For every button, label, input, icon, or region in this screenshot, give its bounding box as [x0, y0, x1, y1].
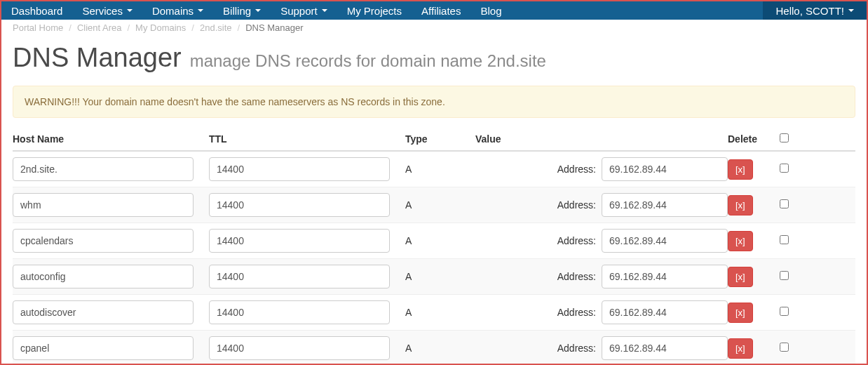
- col-select-all: [770, 133, 798, 145]
- table-header-row: Host Name TTL Type Value Delete: [13, 133, 855, 152]
- ttl-input[interactable]: [209, 300, 390, 324]
- table-row: AAddress:[x]: [13, 331, 855, 365]
- host-input[interactable]: [13, 336, 194, 360]
- address-label: Address:: [557, 271, 596, 282]
- nav-item-domains[interactable]: Domains: [142, 1, 213, 20]
- address-label: Address:: [557, 199, 596, 211]
- delete-button[interactable]: [x]: [728, 231, 753, 251]
- breadcrumb-item[interactable]: 2nd.site: [200, 22, 232, 33]
- breadcrumb-separator: /: [191, 22, 194, 33]
- col-type: Type: [405, 133, 475, 145]
- host-input[interactable]: [13, 157, 194, 181]
- record-type: A: [405, 343, 475, 354]
- host-input[interactable]: [13, 229, 194, 253]
- address-label: Address:: [557, 307, 596, 318]
- breadcrumb: Portal Home/Client Area/My Domains/2nd.s…: [1, 20, 867, 33]
- record-type: A: [405, 307, 475, 318]
- nav-item-my-projects[interactable]: My Projects: [337, 1, 412, 20]
- delete-button[interactable]: [x]: [728, 303, 753, 323]
- select-all-checkbox[interactable]: [780, 133, 789, 142]
- chevron-down-icon: [848, 9, 854, 12]
- address-input[interactable]: [602, 229, 728, 253]
- ttl-input[interactable]: [209, 265, 390, 288]
- nav-item-label: Billing: [223, 5, 251, 17]
- breadcrumb-item: DNS Manager: [245, 22, 303, 33]
- col-value: Value: [475, 133, 728, 145]
- host-input[interactable]: [13, 193, 194, 217]
- nav-item-label: Domains: [152, 5, 194, 17]
- address-label: Address:: [557, 235, 596, 246]
- nav-item-support[interactable]: Support: [271, 1, 337, 20]
- nav-item-affiliates[interactable]: Affiliates: [412, 1, 470, 20]
- nav-item-label: Affiliates: [421, 5, 461, 17]
- nav-item-label: Support: [280, 5, 318, 17]
- record-type: A: [405, 164, 475, 175]
- chevron-down-icon: [322, 9, 327, 12]
- table-row: AAddress:[x]: [13, 295, 855, 331]
- address-input[interactable]: [602, 193, 728, 217]
- host-input[interactable]: [13, 300, 194, 324]
- address-label: Address:: [557, 343, 596, 354]
- col-delete: Delete: [728, 133, 770, 145]
- record-type: A: [405, 235, 475, 246]
- address-input[interactable]: [602, 336, 728, 360]
- delete-button[interactable]: [x]: [728, 267, 753, 287]
- table-row: AAddress:[x]: [13, 223, 855, 259]
- col-ttl: TTL: [209, 133, 405, 145]
- record-type: A: [405, 199, 475, 211]
- ttl-input[interactable]: [209, 157, 390, 181]
- breadcrumb-item[interactable]: Client Area: [77, 22, 122, 33]
- chevron-down-icon: [198, 9, 203, 12]
- warning-alert: WARNING!!! Your domain name doesn't have…: [13, 86, 855, 118]
- breadcrumb-separator: /: [127, 22, 130, 33]
- col-host: Host Name: [13, 133, 209, 145]
- row-checkbox[interactable]: [780, 271, 789, 280]
- row-checkbox[interactable]: [780, 164, 789, 173]
- breadcrumb-separator: /: [69, 22, 72, 33]
- row-checkbox[interactable]: [780, 235, 789, 244]
- nav-item-label: Dashboard: [11, 5, 62, 17]
- ttl-input[interactable]: [209, 229, 390, 253]
- nav-item-billing[interactable]: Billing: [213, 1, 271, 20]
- table-row: AAddress:[x]: [13, 259, 855, 295]
- ttl-input[interactable]: [209, 193, 390, 217]
- record-type: A: [405, 271, 475, 282]
- nav-item-label: My Projects: [347, 5, 402, 17]
- table-row: AAddress:[x]: [13, 187, 855, 223]
- user-menu[interactable]: Hello, SCOTT!: [763, 1, 867, 20]
- nav-item-label: Services: [82, 5, 123, 17]
- address-input[interactable]: [602, 157, 728, 181]
- nav-item-blog[interactable]: Blog: [470, 1, 511, 20]
- row-checkbox[interactable]: [780, 343, 789, 352]
- address-input[interactable]: [602, 300, 728, 324]
- chevron-down-icon: [255, 9, 261, 12]
- breadcrumb-item[interactable]: Portal Home: [13, 22, 63, 33]
- address-input[interactable]: [602, 265, 728, 288]
- delete-button[interactable]: [x]: [728, 159, 753, 180]
- page-title: DNS Manager: [13, 43, 182, 72]
- breadcrumb-item[interactable]: My Domains: [135, 22, 186, 33]
- chevron-down-icon: [127, 9, 133, 12]
- row-checkbox[interactable]: [780, 199, 789, 208]
- dns-table: Host Name TTL Type Value Delete AAddress…: [13, 133, 855, 365]
- nav-item-services[interactable]: Services: [72, 1, 142, 20]
- ttl-input[interactable]: [209, 336, 390, 360]
- address-label: Address:: [557, 164, 596, 175]
- delete-button[interactable]: [x]: [728, 195, 753, 215]
- user-greeting: Hello, SCOTT!: [775, 5, 844, 17]
- page-subtitle: manage DNS records for domain name 2nd.s…: [190, 51, 546, 70]
- top-navbar: DashboardServicesDomainsBillingSupportMy…: [1, 1, 867, 20]
- nav-item-label: Blog: [480, 5, 501, 17]
- row-checkbox[interactable]: [780, 307, 789, 316]
- nav-item-dashboard[interactable]: Dashboard: [1, 1, 72, 20]
- table-row: AAddress:[x]: [13, 152, 855, 187]
- breadcrumb-separator: /: [238, 22, 240, 33]
- delete-button[interactable]: [x]: [728, 338, 753, 359]
- host-input[interactable]: [13, 265, 194, 288]
